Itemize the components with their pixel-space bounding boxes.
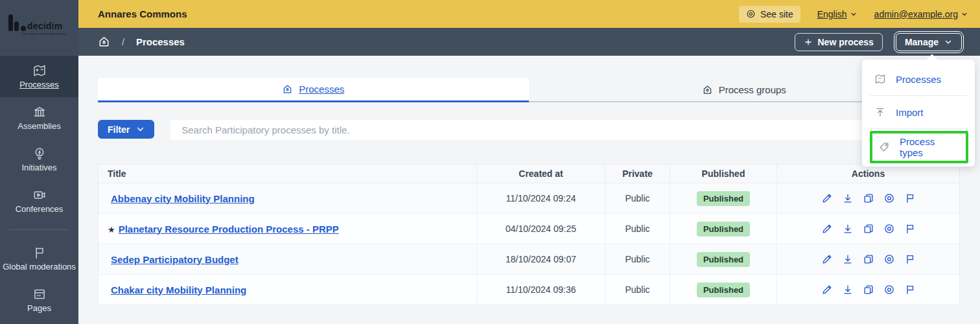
video-icon (32, 188, 47, 202)
export-icon[interactable] (842, 284, 854, 295)
main-content: Processes Process groups Filter Title Cr… (78, 56, 980, 324)
space-tabs: Processes Process groups (98, 78, 959, 102)
new-process-label: New process (818, 37, 874, 47)
chevron-down-icon (961, 10, 968, 18)
language-selector[interactable]: English (817, 9, 858, 19)
process-title-link[interactable]: Chakar city Mobility Planning (111, 284, 246, 295)
private-cell: Public (605, 183, 670, 214)
preview-icon[interactable] (883, 192, 895, 204)
account-email: admin@example.org (874, 9, 958, 19)
sidebar-item-assemblies[interactable]: Assemblies (0, 97, 78, 139)
private-cell: Public (605, 244, 670, 275)
published-badge: Published (697, 252, 750, 267)
menu-item-process-types[interactable]: Process types (872, 133, 966, 161)
published-badge: Published (697, 222, 750, 237)
menu-item-import[interactable]: Import (862, 96, 975, 128)
tab-label: Processes (299, 84, 344, 95)
decidim-logo[interactable]: decidim Free open-source democracy (0, 0, 78, 56)
edit-icon[interactable] (821, 192, 833, 204)
sidebar-item-label: Assemblies (0, 121, 78, 131)
private-cell: Public (605, 214, 670, 244)
edit-icon[interactable] (821, 284, 833, 295)
export-icon[interactable] (842, 223, 854, 235)
created-at-cell: 04/10/2024 09:25 (477, 214, 605, 244)
duplicate-icon[interactable] (863, 284, 874, 295)
language-label: English (817, 9, 847, 19)
search-input[interactable] (170, 120, 959, 140)
moderate-icon[interactable] (904, 223, 916, 235)
processes-table: Title Created at Private Published Actio… (98, 164, 960, 305)
manage-dropdown-menu: Processes Import Process types (862, 60, 975, 167)
table-row: Chakar city Mobility Planning 11/10/2024… (99, 275, 960, 305)
sidebar-item-global-moderations[interactable]: Global moderations (0, 238, 78, 279)
published-badge: Published (697, 283, 750, 297)
sidebar-item-label: Processes (0, 80, 78, 89)
published-badge: Published (697, 191, 750, 206)
manage-button[interactable]: Manage (896, 33, 962, 51)
created-at-cell: 11/10/2024 09:36 (477, 275, 605, 305)
page-icon (32, 287, 47, 301)
duplicate-icon[interactable] (863, 223, 874, 235)
row-actions (777, 284, 959, 295)
duplicate-icon[interactable] (863, 253, 874, 265)
see-site-label: See site (760, 9, 793, 19)
preview-icon[interactable] (883, 253, 895, 265)
new-process-button[interactable]: New process (795, 33, 883, 51)
breadcrumb-separator: / (122, 37, 124, 47)
filter-row: Filter (98, 120, 959, 140)
column-header-published: Published (670, 165, 777, 183)
sidebar-item-processes[interactable]: Processes (0, 56, 78, 97)
tab-label: Process groups (719, 84, 786, 95)
process-space-icon (282, 84, 293, 95)
sidebar-item-initiatives[interactable]: Initiatives (0, 139, 78, 180)
organization-name: Annares Commons (98, 8, 187, 19)
menu-item-processes[interactable]: Processes (862, 63, 975, 95)
sidebar-item-label: Global moderations (0, 262, 78, 272)
table-row: Sedep Participatory Budget 18/10/2024 09… (99, 244, 960, 275)
export-icon[interactable] (842, 192, 854, 204)
flag-icon (32, 246, 47, 260)
duplicate-icon[interactable] (863, 192, 874, 204)
table-header-row: Title Created at Private Published Actio… (99, 165, 960, 183)
chevron-down-icon (944, 38, 953, 47)
edit-icon[interactable] (821, 223, 833, 235)
preview-icon[interactable] (883, 223, 895, 235)
moderate-icon[interactable] (904, 284, 916, 295)
sidebar-item-pages[interactable]: Pages (0, 279, 78, 321)
process-title-link[interactable]: Sedep Participatory Budget (111, 254, 239, 265)
tab-processes[interactable]: Processes (98, 78, 529, 102)
account-menu[interactable]: admin@example.org (874, 9, 968, 19)
annotation-highlight-box: Process types (870, 131, 968, 163)
home-icon[interactable] (98, 36, 110, 48)
logo-text: decidim (27, 21, 62, 31)
sidebar-divider (9, 229, 69, 230)
sidebar-item-conferences[interactable]: Conferences (0, 180, 78, 222)
edit-icon[interactable] (821, 253, 833, 265)
export-icon[interactable] (842, 253, 854, 265)
logo-tagline: Free open-source democracy (21, 32, 78, 36)
process-title-link[interactable]: Abbenay city Mobility Planning (111, 193, 255, 204)
filter-label: Filter (108, 124, 130, 135)
preview-icon[interactable] (883, 284, 895, 295)
breadcrumb-current: Processes (136, 36, 185, 47)
map-icon (32, 64, 47, 78)
map-icon (874, 73, 886, 85)
tag-icon (878, 141, 890, 153)
moderate-icon[interactable] (904, 192, 916, 204)
process-title-link[interactable]: Planetary Resource Production Process - … (119, 224, 339, 235)
moderate-icon[interactable] (904, 253, 916, 265)
plus-icon (804, 38, 813, 47)
lightbulb-icon (32, 146, 47, 161)
process-group-space-icon (702, 84, 713, 95)
sidebar-item-label: Pages (0, 303, 78, 313)
column-header-actions: Actions (777, 165, 960, 183)
created-at-cell: 11/10/2024 09:24 (477, 183, 605, 214)
menu-item-label: Processes (896, 74, 941, 85)
row-actions (777, 192, 959, 204)
chevron-down-icon (850, 10, 858, 18)
filter-button[interactable]: Filter (98, 120, 154, 139)
sidebar-item-label: Conferences (0, 204, 78, 214)
upload-icon (874, 106, 886, 118)
see-site-button[interactable]: See site (739, 6, 800, 23)
row-actions (777, 223, 959, 235)
